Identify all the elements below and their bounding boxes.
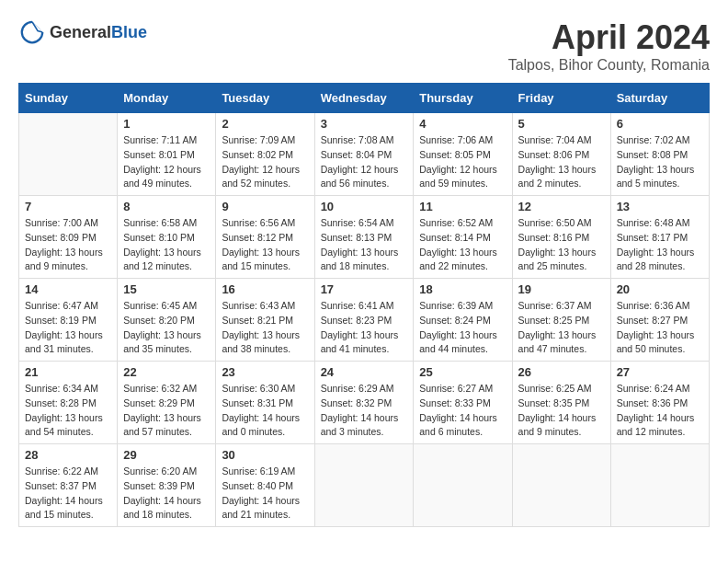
day-info-14: Sunrise: 6:47 AM Sunset: 8:19 PM Dayligh… [25,299,111,357]
header-thursday: Thursday [414,84,512,113]
day-number-7: 7 [25,200,111,213]
day-number-14: 14 [25,282,111,296]
week-row-4: 21Sunrise: 6:34 AM Sunset: 8:28 PM Dayli… [19,362,710,444]
calendar-cell-w3-d1: 14Sunrise: 6:47 AM Sunset: 8:19 PM Dayli… [19,279,118,362]
day-number-28: 28 [25,448,111,462]
logo-icon [18,18,46,46]
day-number-11: 11 [419,200,506,213]
calendar-cell-w5-d7 [610,444,709,527]
header-sunday: Sunday [19,84,118,113]
day-number-16: 16 [222,282,308,296]
day-number-12: 12 [518,200,605,213]
calendar-cell-w2-d2: 8Sunrise: 6:58 AM Sunset: 8:10 PM Daylig… [118,196,216,279]
header-wednesday: Wednesday [314,84,414,113]
day-number-10: 10 [321,200,408,213]
day-info-15: Sunrise: 6:45 AM Sunset: 8:20 PM Dayligh… [123,299,210,357]
day-info-6: Sunrise: 7:02 AM Sunset: 8:08 PM Dayligh… [617,133,703,191]
calendar-cell-w2-d7: 13Sunrise: 6:48 AM Sunset: 8:17 PM Dayli… [610,196,709,279]
month-title: April 2024 [508,18,710,57]
day-number-6: 6 [617,117,703,131]
calendar-cell-w1-d2: 1Sunrise: 7:11 AM Sunset: 8:01 PM Daylig… [118,113,216,196]
day-info-5: Sunrise: 7:04 AM Sunset: 8:06 PM Dayligh… [518,133,605,191]
calendar-cell-w5-d3: 30Sunrise: 6:19 AM Sunset: 8:40 PM Dayli… [216,444,314,527]
calendar-cell-w3-d6: 19Sunrise: 6:37 AM Sunset: 8:25 PM Dayli… [512,279,610,362]
day-info-18: Sunrise: 6:39 AM Sunset: 8:24 PM Dayligh… [419,299,506,357]
calendar-cell-w3-d7: 20Sunrise: 6:36 AM Sunset: 8:27 PM Dayli… [610,279,709,362]
calendar-cell-w2-d1: 7Sunrise: 7:00 AM Sunset: 8:09 PM Daylig… [19,196,118,279]
day-info-13: Sunrise: 6:48 AM Sunset: 8:17 PM Dayligh… [617,216,703,274]
day-number-19: 19 [518,282,605,296]
calendar-cell-w5-d5 [414,444,512,527]
day-info-24: Sunrise: 6:29 AM Sunset: 8:32 PM Dayligh… [321,382,408,440]
day-info-17: Sunrise: 6:41 AM Sunset: 8:23 PM Dayligh… [321,299,408,357]
calendar-cell-w2-d5: 11Sunrise: 6:52 AM Sunset: 8:14 PM Dayli… [414,196,512,279]
title-section: April 2024 Talpos, Bihor County, Romania [508,18,710,74]
calendar-header-row: Sunday Monday Tuesday Wednesday Thursday… [19,84,710,113]
calendar-cell-w4-d6: 26Sunrise: 6:25 AM Sunset: 8:35 PM Dayli… [512,362,610,444]
day-info-4: Sunrise: 7:06 AM Sunset: 8:05 PM Dayligh… [419,133,506,191]
day-number-13: 13 [617,200,703,213]
week-row-2: 7Sunrise: 7:00 AM Sunset: 8:09 PM Daylig… [19,196,710,279]
day-number-25: 25 [419,365,506,379]
logo-general: General [50,23,111,41]
day-number-20: 20 [617,282,703,296]
day-info-27: Sunrise: 6:24 AM Sunset: 8:36 PM Dayligh… [617,382,703,440]
calendar-cell-w4-d5: 25Sunrise: 6:27 AM Sunset: 8:33 PM Dayli… [414,362,512,444]
calendar-table: Sunday Monday Tuesday Wednesday Thursday… [18,83,710,527]
calendar-cell-w2-d6: 12Sunrise: 6:50 AM Sunset: 8:16 PM Dayli… [512,196,610,279]
day-info-29: Sunrise: 6:20 AM Sunset: 8:39 PM Dayligh… [123,465,210,523]
day-number-29: 29 [123,448,210,462]
calendar-cell-w1-d1 [19,113,118,196]
day-number-30: 30 [222,448,308,462]
calendar-cell-w3-d4: 17Sunrise: 6:41 AM Sunset: 8:23 PM Dayli… [314,279,414,362]
day-info-10: Sunrise: 6:54 AM Sunset: 8:13 PM Dayligh… [321,216,408,274]
day-info-22: Sunrise: 6:32 AM Sunset: 8:29 PM Dayligh… [123,382,210,440]
calendar-cell-w5-d6 [512,444,610,527]
week-row-1: 1Sunrise: 7:11 AM Sunset: 8:01 PM Daylig… [19,113,710,196]
week-row-3: 14Sunrise: 6:47 AM Sunset: 8:19 PM Dayli… [19,279,710,362]
calendar-cell-w2-d3: 9Sunrise: 6:56 AM Sunset: 8:12 PM Daylig… [216,196,314,279]
calendar-cell-w5-d4 [314,444,414,527]
day-info-30: Sunrise: 6:19 AM Sunset: 8:40 PM Dayligh… [222,465,308,523]
day-number-24: 24 [321,365,408,379]
day-number-2: 2 [222,117,308,131]
calendar-cell-w1-d7: 6Sunrise: 7:02 AM Sunset: 8:08 PM Daylig… [610,113,709,196]
day-number-23: 23 [222,365,308,379]
calendar-cell-w3-d5: 18Sunrise: 6:39 AM Sunset: 8:24 PM Dayli… [414,279,512,362]
day-number-21: 21 [25,365,111,379]
day-info-12: Sunrise: 6:50 AM Sunset: 8:16 PM Dayligh… [518,216,605,274]
calendar-cell-w4-d4: 24Sunrise: 6:29 AM Sunset: 8:32 PM Dayli… [314,362,414,444]
calendar-cell-w3-d3: 16Sunrise: 6:43 AM Sunset: 8:21 PM Dayli… [216,279,314,362]
day-info-7: Sunrise: 7:00 AM Sunset: 8:09 PM Dayligh… [25,216,111,274]
calendar-cell-w3-d2: 15Sunrise: 6:45 AM Sunset: 8:20 PM Dayli… [118,279,216,362]
day-info-2: Sunrise: 7:09 AM Sunset: 8:02 PM Dayligh… [222,133,308,191]
calendar-cell-w4-d1: 21Sunrise: 6:34 AM Sunset: 8:28 PM Dayli… [19,362,118,444]
day-info-25: Sunrise: 6:27 AM Sunset: 8:33 PM Dayligh… [419,382,506,440]
day-number-3: 3 [321,117,408,131]
calendar-cell-w5-d2: 29Sunrise: 6:20 AM Sunset: 8:39 PM Dayli… [118,444,216,527]
day-info-20: Sunrise: 6:36 AM Sunset: 8:27 PM Dayligh… [617,299,703,357]
calendar-cell-w4-d7: 27Sunrise: 6:24 AM Sunset: 8:36 PM Dayli… [610,362,709,444]
logo-blue: Blue [111,23,147,41]
day-number-15: 15 [123,282,210,296]
calendar-cell-w4-d2: 22Sunrise: 6:32 AM Sunset: 8:29 PM Dayli… [118,362,216,444]
calendar-cell-w1-d6: 5Sunrise: 7:04 AM Sunset: 8:06 PM Daylig… [512,113,610,196]
day-number-8: 8 [123,200,210,213]
header-tuesday: Tuesday [216,84,314,113]
day-info-8: Sunrise: 6:58 AM Sunset: 8:10 PM Dayligh… [123,216,210,274]
calendar-cell-w1-d4: 3Sunrise: 7:08 AM Sunset: 8:04 PM Daylig… [314,113,414,196]
day-number-9: 9 [222,200,308,213]
page-header: GeneralBlue April 2024 Talpos, Bihor Cou… [18,18,710,74]
day-info-19: Sunrise: 6:37 AM Sunset: 8:25 PM Dayligh… [518,299,605,357]
day-number-27: 27 [617,365,703,379]
calendar-cell-w1-d3: 2Sunrise: 7:09 AM Sunset: 8:02 PM Daylig… [216,113,314,196]
day-info-11: Sunrise: 6:52 AM Sunset: 8:14 PM Dayligh… [419,216,506,274]
logo-text: GeneralBlue [50,23,147,42]
calendar-cell-w5-d1: 28Sunrise: 6:22 AM Sunset: 8:37 PM Dayli… [19,444,118,527]
day-info-28: Sunrise: 6:22 AM Sunset: 8:37 PM Dayligh… [25,465,111,523]
day-info-3: Sunrise: 7:08 AM Sunset: 8:04 PM Dayligh… [321,133,408,191]
calendar-cell-w4-d3: 23Sunrise: 6:30 AM Sunset: 8:31 PM Dayli… [216,362,314,444]
calendar-cell-w1-d5: 4Sunrise: 7:06 AM Sunset: 8:05 PM Daylig… [414,113,512,196]
day-info-23: Sunrise: 6:30 AM Sunset: 8:31 PM Dayligh… [222,382,308,440]
day-info-9: Sunrise: 6:56 AM Sunset: 8:12 PM Dayligh… [222,216,308,274]
